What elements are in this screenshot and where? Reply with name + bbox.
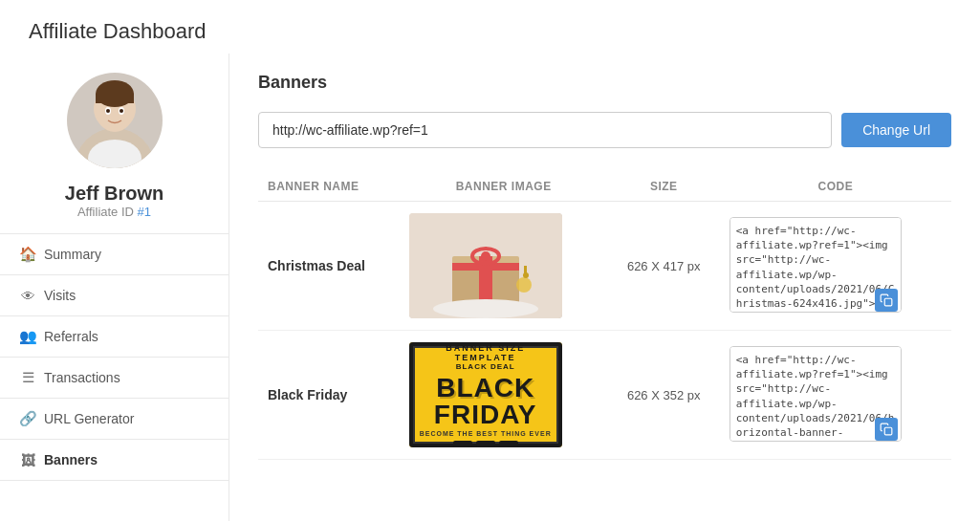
banner-size-christmas: 626 X 417 px (608, 202, 720, 331)
banner-image-christmas (400, 202, 608, 331)
sidebar-label-visits: Visits (44, 288, 76, 303)
url-input[interactable] (258, 112, 832, 148)
sidebar-item-summary[interactable]: 🏠 Summary (0, 234, 229, 275)
svg-point-7 (106, 109, 110, 113)
sidebar-item-banners[interactable]: 🖼 Banners (0, 440, 229, 481)
banner-size-blackfriday: 626 X 352 px (608, 331, 720, 460)
copy-code-christmas-button[interactable] (875, 289, 898, 312)
avatar (67, 73, 163, 168)
banner-code-blackfriday: <a href="http://wc-affiliate.wp?ref=1"><… (720, 331, 951, 460)
svg-rect-22 (884, 427, 892, 435)
banners-icon: 🖼 (19, 451, 36, 468)
visits-icon: 👁 (19, 287, 36, 304)
change-url-button[interactable]: Change Url (841, 113, 951, 147)
link-icon: 🔗 (19, 410, 36, 427)
col-header-size: SIZE (608, 172, 720, 202)
svg-rect-21 (884, 298, 892, 306)
sidebar-label-summary: Summary (44, 247, 101, 262)
sidebar-item-visits[interactable]: 👁 Visits (0, 275, 229, 316)
home-icon: 🏠 (19, 246, 36, 263)
transactions-icon: ☰ (19, 369, 36, 386)
banner-name-blackfriday: Black Friday (268, 387, 347, 402)
svg-rect-4 (96, 94, 134, 103)
svg-rect-20 (524, 266, 527, 275)
sidebar: Jeff Brown Affiliate ID #1 🏠 Summary 👁 V… (0, 54, 229, 521)
banner-code-christmas: <a href="http://wc-affiliate.wp?ref=1"><… (720, 202, 951, 331)
sidebar-item-transactions[interactable]: ☰ Transactions (0, 358, 229, 399)
page-title: Affiliate Dashboard (0, 0, 980, 54)
copy-code-blackfriday-button[interactable] (875, 418, 898, 441)
sidebar-label-transactions: Transactions (44, 370, 120, 385)
banner-image-blackfriday: BANNER SIZE TEMPLATE BLACK DEAL BLACK FR… (400, 331, 608, 460)
banner-name-christmas: Christmas Deal (268, 258, 365, 273)
svg-point-18 (516, 277, 532, 293)
banners-section-title: Banners (258, 73, 951, 93)
user-name: Jeff Brown (65, 183, 163, 205)
svg-point-17 (433, 299, 538, 318)
sidebar-navigation: 🏠 Summary 👁 Visits 👥 Referrals ☰ Transac… (0, 233, 229, 481)
col-header-name: BANNER NAME (258, 172, 400, 202)
affiliate-id-link[interactable]: #1 (138, 205, 151, 219)
affiliate-id: Affiliate ID #1 (77, 205, 151, 219)
url-row: Change Url (258, 112, 951, 148)
table-row: Black Friday BANNER SIZE TEMPLATE BLACK … (258, 331, 951, 460)
main-content: Banners Change Url BANNER NAME BANNER IM… (229, 54, 980, 521)
sidebar-label-referrals: Referrals (44, 329, 98, 344)
col-header-code: CODE (720, 172, 951, 202)
table-row: Christmas Deal (258, 202, 951, 331)
col-header-image: BANNER IMAGE (400, 172, 608, 202)
sidebar-item-referrals[interactable]: 👥 Referrals (0, 316, 229, 358)
svg-point-16 (481, 251, 490, 261)
sidebar-label-banners: Banners (44, 452, 98, 467)
svg-point-8 (120, 109, 123, 113)
banners-table: BANNER NAME BANNER IMAGE SIZE CODE Chris… (258, 172, 951, 460)
sidebar-item-url-generator[interactable]: 🔗 URL Generator (0, 399, 229, 440)
referrals-icon: 👥 (19, 328, 36, 345)
sidebar-label-url-generator: URL Generator (44, 411, 134, 426)
